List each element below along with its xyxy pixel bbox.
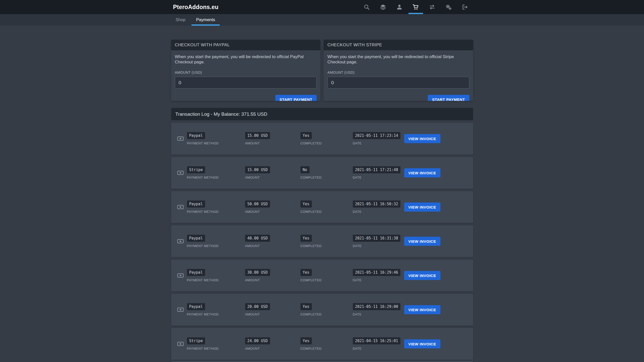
- view-invoice-button[interactable]: VIEW INVOICE: [404, 203, 440, 212]
- amount-label: AMOUNT: [245, 210, 300, 214]
- view-invoice-button[interactable]: VIEW INVOICE: [404, 134, 440, 143]
- stripe-amount-label: AMOUNT (USD): [327, 70, 469, 74]
- payment-method-label: PAYMENT METHOD: [187, 141, 245, 145]
- date-column: 2021-05-11 17:21:48 DATE: [353, 166, 404, 179]
- completed-column: No COMPLETED: [300, 166, 353, 179]
- view-invoice-button[interactable]: VIEW INVOICE: [404, 237, 440, 246]
- date-value: 2021-05-11 16:29:00: [353, 303, 401, 310]
- amount-column: 40.00 USD AMOUNT: [245, 235, 300, 248]
- active-tab-underline: [192, 24, 220, 26]
- date-column: 2021-05-11 16:29:46 DATE: [353, 269, 404, 282]
- view-invoice-button[interactable]: VIEW INVOICE: [404, 168, 440, 177]
- payment-method-label: PAYMENT METHOD: [187, 347, 245, 350]
- cart-icon[interactable]: [408, 0, 424, 14]
- paypal-card-title: CHECKOUT WITH PAYPAL: [171, 40, 321, 50]
- sub-navbar: Shop Payments: [0, 14, 644, 26]
- amount-column: 20.00 USD AMOUNT: [245, 303, 300, 316]
- date-column: 2021-05-11 16:50:32 DATE: [353, 200, 404, 214]
- completed-column: Yes COMPLETED: [300, 200, 353, 214]
- payment-method-value: Stripe: [187, 166, 205, 173]
- settings-icon[interactable]: [440, 0, 457, 14]
- tab-payments[interactable]: Payments: [192, 14, 220, 26]
- tab-shop[interactable]: Shop: [171, 14, 190, 26]
- active-nav-underline: [408, 13, 423, 14]
- date-value: 2021-05-11 16:50:32: [353, 200, 401, 208]
- completed-value: Yes: [300, 269, 312, 276]
- completed-column: Yes COMPLETED: [300, 269, 353, 282]
- navbar-inner: PteroAddons.eu: [171, 0, 473, 14]
- tabbar-inner: Shop Payments: [171, 14, 473, 26]
- payment-method-label: PAYMENT METHOD: [187, 210, 245, 214]
- date-label: DATE: [353, 176, 404, 179]
- main-content: CHECKOUT WITH PAYPAL When you start the …: [171, 26, 473, 362]
- stripe-start-payment-button[interactable]: START PAYMENT: [428, 95, 469, 101]
- money-bill-icon: [177, 135, 184, 142]
- completed-value: No: [300, 166, 310, 173]
- payment-method-label: PAYMENT METHOD: [187, 176, 245, 179]
- paypal-checkout-card: CHECKOUT WITH PAYPAL When you start the …: [171, 40, 321, 101]
- transaction-row: Stripe PAYMENT METHOD 15.00 USD AMOUNT N…: [171, 157, 473, 189]
- layers-icon[interactable]: [375, 0, 391, 14]
- amount-column: 15.00 USD AMOUNT: [245, 166, 300, 179]
- amount-label: AMOUNT: [245, 244, 300, 248]
- amount-value: 50.00 USD: [245, 200, 270, 208]
- view-invoice-button[interactable]: VIEW INVOICE: [404, 339, 440, 348]
- transaction-row: Paypal PAYMENT METHOD 15.00 USD AMOUNT Y…: [171, 123, 473, 154]
- transaction-row: Paypal PAYMENT METHOD 50.00 USD AMOUNT Y…: [171, 191, 473, 223]
- brand-title[interactable]: PteroAddons.eu: [171, 4, 218, 11]
- transfer-icon[interactable]: [424, 0, 440, 14]
- stripe-amount-input[interactable]: [327, 77, 469, 89]
- transaction-log-header: Transaction Log - My Balance: 371.55 USD: [171, 108, 473, 120]
- amount-label: AMOUNT: [245, 141, 300, 145]
- amount-label: AMOUNT: [245, 347, 300, 350]
- payment-method-label: PAYMENT METHOD: [187, 312, 245, 316]
- money-bill-icon: [177, 306, 184, 313]
- payment-method-value: Paypal: [187, 200, 205, 208]
- date-value: 2021-05-11 16:29:46: [353, 269, 401, 276]
- payment-method-column: Paypal PAYMENT METHOD: [187, 200, 245, 214]
- amount-value: 24.00 USD: [245, 337, 270, 344]
- view-invoice-button[interactable]: VIEW INVOICE: [404, 305, 440, 314]
- completed-column: Yes COMPLETED: [300, 303, 353, 316]
- date-value: 2021-05-11 17:21:48: [353, 166, 401, 173]
- navbar-icons: [359, 0, 473, 14]
- date-value: 2021-05-11 17:23:14: [353, 132, 401, 139]
- amount-label: AMOUNT: [245, 278, 300, 282]
- user-icon[interactable]: [391, 0, 408, 14]
- completed-label: COMPLETED: [300, 312, 353, 316]
- payment-method-column: Paypal PAYMENT METHOD: [187, 269, 245, 282]
- stripe-card-body: When you start the payment, you will be …: [324, 50, 473, 101]
- date-column: 2021-04-15 16:25:01 DATE: [353, 337, 404, 350]
- stripe-card-title: CHECKOUT WITH STRIPE: [324, 40, 473, 50]
- completed-column: Yes COMPLETED: [300, 235, 353, 248]
- transaction-row: Paypal PAYMENT METHOD 30.00 USD AMOUNT Y…: [171, 260, 473, 291]
- money-bill-icon: [177, 238, 184, 245]
- date-column: 2021-05-11 16:29:00 DATE: [353, 303, 404, 316]
- completed-label: COMPLETED: [300, 278, 353, 282]
- payment-method-value: Paypal: [187, 303, 205, 310]
- tab-shop-label: Shop: [176, 17, 186, 22]
- money-bill-icon: [177, 204, 184, 210]
- payment-method-value: Stripe: [187, 337, 205, 344]
- amount-label: AMOUNT: [245, 176, 300, 179]
- date-label: DATE: [353, 312, 404, 316]
- amount-column: 15.00 USD AMOUNT: [245, 132, 300, 145]
- paypal-amount-input[interactable]: [175, 77, 317, 89]
- logout-icon[interactable]: [457, 0, 473, 14]
- stripe-button-row: START PAYMENT: [327, 95, 469, 101]
- amount-value: 30.00 USD: [245, 269, 270, 276]
- completed-label: COMPLETED: [300, 244, 353, 248]
- date-value: 2021-04-15 16:25:01: [353, 337, 401, 344]
- payment-method-label: PAYMENT METHOD: [187, 278, 245, 282]
- date-label: DATE: [353, 347, 404, 350]
- paypal-start-payment-button[interactable]: START PAYMENT: [275, 95, 317, 101]
- amount-column: 24.00 USD AMOUNT: [245, 337, 300, 350]
- payment-method-column: Paypal PAYMENT METHOD: [187, 132, 245, 145]
- view-invoice-button[interactable]: VIEW INVOICE: [404, 271, 440, 280]
- amount-value: 15.00 USD: [245, 166, 270, 173]
- payment-method-label: PAYMENT METHOD: [187, 244, 245, 248]
- payment-method-value: Paypal: [187, 235, 205, 242]
- search-icon[interactable]: [359, 0, 375, 14]
- date-label: DATE: [353, 210, 404, 214]
- paypal-button-row: START PAYMENT: [175, 95, 317, 101]
